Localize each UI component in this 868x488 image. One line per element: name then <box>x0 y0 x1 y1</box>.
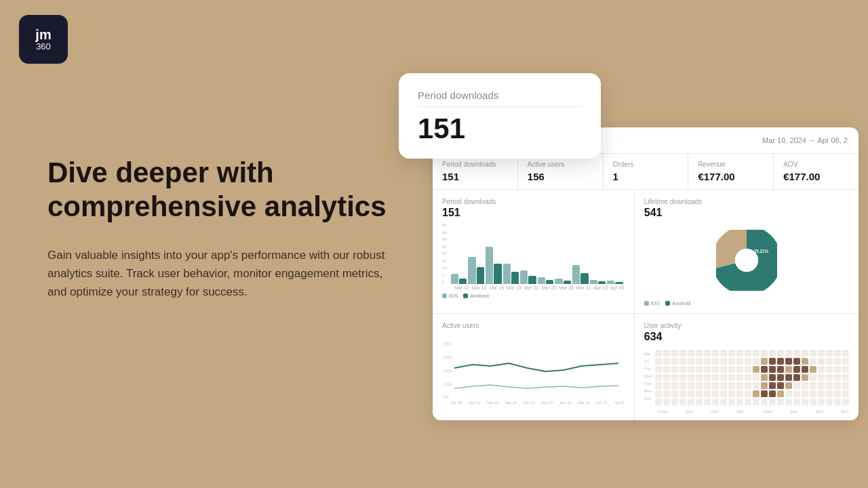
main-heading: Dive deeper withcomprehensive analytics <box>47 156 427 224</box>
svg-text:Mar 22: Mar 22 <box>524 401 535 405</box>
legend-android: Android <box>672 300 691 306</box>
chart-active-users: Active users 250 200 150 100 50 <box>433 314 635 420</box>
chart-user-activity: User activity 634 Sat Fri Thu Wed Tue Mo… <box>635 314 859 420</box>
pie-chart-svg: 29.21% 70.79% <box>716 230 777 291</box>
svg-text:Mar 25: Mar 25 <box>542 401 553 405</box>
chart-title: Period downloads <box>442 198 625 205</box>
stat-label: Period downloads <box>442 161 508 168</box>
stat-value: €177.00 <box>698 171 764 182</box>
logo-text: jm 360 <box>35 27 51 52</box>
stat-label: Orders <box>613 161 679 168</box>
chart-title: Lifetime downloads <box>644 198 849 205</box>
chart-title: User activity <box>644 322 849 329</box>
legend-android: Android <box>470 293 489 299</box>
svg-text:Apr 06: Apr 06 <box>614 401 624 405</box>
stat-period-downloads: Period downloads 151 <box>433 154 518 189</box>
svg-text:250: 250 <box>443 341 452 347</box>
svg-text:100: 100 <box>443 382 452 388</box>
card-value: 151 <box>418 113 582 145</box>
bar-chart: 50 40 30 25 20 15 10 5 0 <box>442 223 625 298</box>
period-downloads-card: Period downloads 151 <box>399 73 601 159</box>
stat-value: 151 <box>442 171 508 182</box>
charts-area: Period downloads 151 50 40 30 25 20 15 1… <box>433 190 859 420</box>
chart-lifetime-downloads: Lifetime downloads 541 29.21% 70.79% iOS… <box>635 190 859 314</box>
svg-text:Mar 31: Mar 31 <box>578 401 590 405</box>
stat-label: Active users <box>528 161 593 168</box>
card-title: Period downloads <box>418 89 582 107</box>
svg-text:150: 150 <box>443 368 452 374</box>
logo: jm 360 <box>19 15 68 64</box>
sub-text: Gain valuable insights into your app's p… <box>47 246 387 302</box>
line-chart: 250 200 150 100 50 Mar 10 Mar 13 Mar 16 … <box>442 331 625 405</box>
svg-text:200: 200 <box>443 354 452 361</box>
stat-aov: AOV €177.00 <box>774 154 859 189</box>
chart-legend: iOS Android <box>644 300 849 306</box>
chart-big-val: 541 <box>644 207 849 219</box>
left-content: Dive deeper withcomprehensive analytics … <box>47 156 427 301</box>
bar-chart-inner <box>450 223 625 284</box>
stats-row: Period downloads 151 Active users 156 Or… <box>433 154 859 190</box>
svg-text:Apr 03: Apr 03 <box>597 401 608 405</box>
date-range: Mar 10, 2024 → Apr 08, 2 <box>762 136 848 144</box>
stat-orders: Orders 1 <box>604 154 689 189</box>
stat-active-users: Active users 156 <box>518 154 604 189</box>
svg-text:Mar 16: Mar 16 <box>487 401 498 405</box>
svg-text:50: 50 <box>443 394 449 400</box>
pie-container: 29.21% 70.79% <box>644 223 849 298</box>
svg-text:Mar 10: Mar 10 <box>451 401 462 405</box>
chart-period-downloads: Period downloads 151 50 40 30 25 20 15 1… <box>433 190 635 314</box>
svg-text:Mar 13: Mar 13 <box>469 401 480 405</box>
stat-value: €177.00 <box>783 171 849 182</box>
stat-label: Revenue <box>698 161 764 168</box>
svg-text:Mar 28: Mar 28 <box>560 401 572 405</box>
chart-big-val: 151 <box>442 207 625 219</box>
stat-value: 156 <box>528 171 593 182</box>
stat-revenue: Revenue €177.00 <box>688 154 774 189</box>
svg-text:Mar 19: Mar 19 <box>505 401 517 405</box>
chart-title: Active users <box>442 322 625 329</box>
svg-text:70.79%: 70.79% <box>738 265 753 270</box>
stat-label: AOV <box>783 161 849 168</box>
stat-value: 1 <box>613 171 679 182</box>
chart-legend: iOS Android <box>442 293 625 299</box>
dashboard: Orders Mar 10, 2024 → Apr 08, 2 Period d… <box>433 127 859 420</box>
chart-big-val: 634 <box>644 331 849 343</box>
legend-ios: iOS <box>651 300 660 306</box>
legend-ios: iOS <box>449 293 458 299</box>
svg-text:29.21%: 29.21% <box>754 249 769 253</box>
